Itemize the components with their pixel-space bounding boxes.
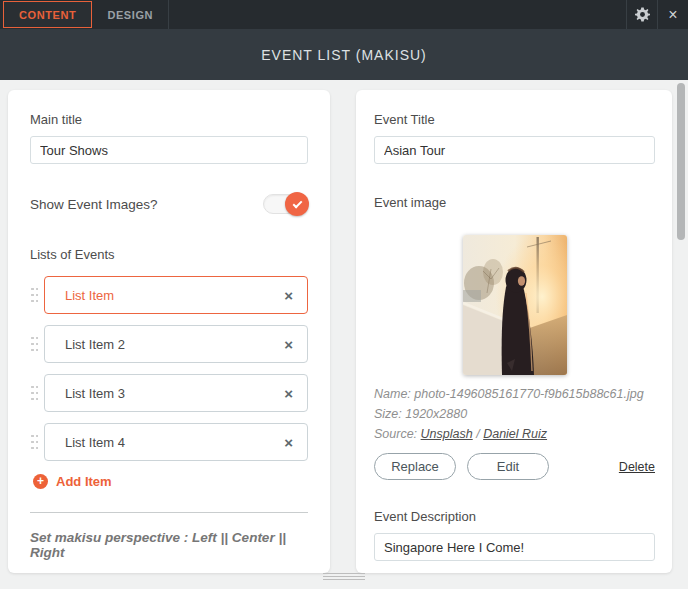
check-icon	[292, 198, 302, 208]
perspective-note: Set makisu perspective : Left || Center …	[30, 530, 308, 560]
titlebar: CONTENT DESIGN ×	[0, 0, 688, 29]
plus-icon: +	[33, 474, 48, 489]
list-item: List Item 3 ×	[30, 374, 308, 412]
event-description-input[interactable]	[374, 533, 655, 561]
left-panel: Main title Show Event Images? Lists of E…	[8, 90, 330, 573]
list-of-events-label: Lists of Events	[30, 247, 308, 262]
gear-icon	[635, 7, 650, 22]
main-title-label: Main title	[30, 112, 308, 127]
event-description-label: Event Description	[374, 509, 655, 524]
resize-grip[interactable]	[323, 573, 365, 581]
delete-link[interactable]: Delete	[619, 460, 655, 474]
vertical-scrollbar-track[interactable]	[675, 80, 687, 589]
drag-handle-icon[interactable]	[30, 384, 38, 402]
widget-settings-dialog: CONTENT DESIGN × EVENT LIST (MAKISU) Mai…	[0, 0, 688, 589]
dialog-header: EVENT LIST (MAKISU)	[0, 29, 688, 80]
list-item: List Item 4 ×	[30, 423, 308, 461]
titlebar-spacer	[169, 0, 626, 29]
toggle-knob	[285, 192, 309, 216]
source-label: Source:	[374, 427, 417, 441]
list-item-button[interactable]: List Item 4 ×	[44, 423, 308, 461]
show-images-toggle[interactable]	[263, 194, 308, 214]
list-item: List Item ×	[30, 276, 308, 314]
add-item-label: Add Item	[56, 474, 112, 489]
event-title-label: Event Title	[374, 112, 655, 127]
right-panel: Event Title Event image	[356, 90, 672, 573]
vertical-scrollbar-thumb[interactable]	[677, 83, 685, 240]
drag-handle-icon[interactable]	[30, 335, 38, 353]
show-images-row: Show Event Images?	[30, 194, 308, 214]
add-item-button[interactable]: + Add Item	[33, 474, 308, 489]
image-name: Name: photo-1496085161770-f9b615b88c61.j…	[374, 387, 655, 401]
list-item-label: List Item 3	[65, 386, 125, 401]
settings-button[interactable]	[626, 0, 657, 29]
image-actions: Replace Edit Delete	[374, 453, 655, 480]
remove-item-icon[interactable]: ×	[284, 337, 293, 352]
event-image	[463, 235, 567, 375]
close-icon: ×	[668, 7, 677, 23]
event-image-label: Event image	[374, 195, 655, 210]
image-size: Size: 1920x2880	[374, 407, 655, 421]
list-item-label: List Item 2	[65, 337, 125, 352]
image-source: Source: Unsplash / Daniel Ruiz	[374, 427, 655, 441]
list-item: List Item 2 ×	[30, 325, 308, 363]
remove-item-icon[interactable]: ×	[284, 288, 293, 303]
edit-button[interactable]: Edit	[467, 453, 549, 480]
show-images-label: Show Event Images?	[30, 197, 158, 212]
drag-handle-icon[interactable]	[30, 433, 38, 451]
source-separator: /	[476, 427, 479, 441]
remove-item-icon[interactable]: ×	[284, 435, 293, 450]
dialog-title: EVENT LIST (MAKISU)	[261, 47, 427, 63]
drag-handle-icon[interactable]	[30, 286, 38, 304]
remove-item-icon[interactable]: ×	[284, 386, 293, 401]
replace-button[interactable]: Replace	[374, 453, 456, 480]
list-item-label: List Item 4	[65, 435, 125, 450]
event-title-input[interactable]	[374, 136, 655, 164]
source-link-author[interactable]: Daniel Ruiz	[483, 427, 547, 441]
image-metadata: Name: photo-1496085161770-f9b615b88c61.j…	[374, 387, 655, 441]
close-button[interactable]: ×	[657, 0, 688, 29]
source-link-unsplash[interactable]: Unsplash	[421, 427, 473, 441]
main-title-input[interactable]	[30, 136, 308, 164]
list-item-button[interactable]: List Item 2 ×	[44, 325, 308, 363]
list-item-button[interactable]: List Item ×	[44, 276, 308, 314]
event-list: List Item × List Item 2 × List Item 3 ×	[30, 276, 308, 461]
list-item-label: List Item	[65, 288, 114, 303]
divider	[30, 512, 308, 513]
list-item-button[interactable]: List Item 3 ×	[44, 374, 308, 412]
tab-content[interactable]: CONTENT	[3, 1, 92, 28]
tab-design[interactable]: DESIGN	[92, 0, 169, 29]
